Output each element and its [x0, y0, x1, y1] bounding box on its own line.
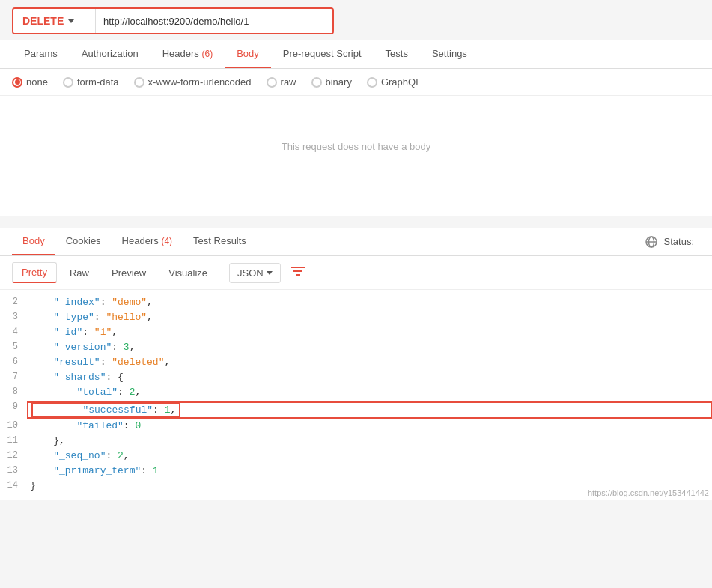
line-content: "_type": "hello",: [30, 312, 712, 323]
radio-raw-circle: [267, 77, 277, 88]
tab-tests[interactable]: Tests: [374, 40, 420, 68]
tab-prerequest[interactable]: Pre-request Script: [271, 40, 374, 68]
line-content: "total": 2,: [30, 387, 712, 398]
tab-settings[interactable]: Settings: [420, 40, 479, 68]
line-number: 13: [0, 465, 30, 476]
tab-authorization[interactable]: Authorization: [70, 40, 150, 68]
globe-icon: [645, 235, 658, 249]
radio-graphql-circle: [367, 77, 377, 88]
code-line-2: 2 "_index": "demo",: [0, 296, 712, 311]
line-number: 7: [0, 372, 30, 382]
headers-badge: (6): [201, 49, 213, 59]
line-number: 9: [0, 401, 30, 412]
format-btn-preview[interactable]: Preview: [102, 263, 156, 283]
line-number: 8: [0, 387, 30, 397]
radio-form-data-circle: [63, 77, 73, 88]
line-content: "_seq_no": 2,: [30, 450, 712, 461]
chevron-down-icon: [68, 19, 74, 23]
radio-binary[interactable]: binary: [311, 76, 352, 88]
code-line-10: 10 "failed": 0: [0, 419, 712, 434]
status-label: Status:: [664, 236, 694, 247]
code-line-6: 6 "result": "deleted",: [0, 356, 712, 371]
url-row: DELETE: [12, 7, 334, 34]
code-line-4: 4 "_id": "1",: [0, 326, 712, 341]
radio-graphql[interactable]: GraphQL: [367, 76, 421, 88]
resp-tab-body[interactable]: Body: [12, 228, 55, 255]
format-btn-visualize[interactable]: Visualize: [159, 263, 217, 283]
resp-tab-cookies[interactable]: Cookies: [55, 228, 112, 255]
no-body-message: This request does not have a body: [282, 141, 430, 152]
json-select[interactable]: JSON: [229, 263, 281, 283]
radio-none[interactable]: none: [12, 76, 48, 88]
line-content: "failed": 0: [30, 420, 712, 431]
format-bar: Pretty Raw Preview Visualize JSON: [0, 256, 712, 290]
line-content: "result": "deleted",: [30, 357, 712, 368]
radio-form-data[interactable]: form-data: [63, 76, 119, 88]
resp-tab-test-results[interactable]: Test Results: [183, 228, 257, 255]
tab-params[interactable]: Params: [12, 40, 70, 68]
line-number: 12: [0, 450, 30, 461]
response-section: Body Cookies Headers (4) Test Results St…: [0, 228, 712, 500]
radio-none-circle: [12, 77, 22, 88]
line-number: 6: [0, 357, 30, 367]
code-line-11: 11 },: [0, 434, 712, 449]
format-btn-raw[interactable]: Raw: [60, 263, 99, 283]
line-content: "_version": 3,: [30, 342, 712, 353]
format-btn-pretty[interactable]: Pretty: [12, 262, 57, 283]
tab-body[interactable]: Body: [225, 40, 271, 68]
line-number: 10: [0, 420, 30, 431]
line-number: 4: [0, 327, 30, 337]
code-line-9: 9 "successful": 1,: [0, 401, 712, 419]
code-line-8: 8 "total": 2,: [0, 386, 712, 401]
request-tabs-bar: Params Authorization Headers (6) Body Pr…: [0, 40, 712, 69]
code-line-5: 5 "_version": 3,: [0, 341, 712, 356]
response-tabs-bar: Body Cookies Headers (4) Test Results St…: [0, 228, 712, 256]
method-select[interactable]: DELETE: [13, 9, 96, 33]
tab-headers[interactable]: Headers (6): [150, 40, 225, 68]
code-line-12: 12 "_seq_no": 2,: [0, 449, 712, 464]
line-content: },: [30, 435, 712, 446]
body-options: none form-data x-www-form-urlencoded raw…: [0, 69, 712, 96]
filter-svg: [290, 264, 306, 278]
radio-urlencoded-circle: [134, 77, 144, 88]
radio-urlencoded[interactable]: x-www-form-urlencoded: [134, 76, 252, 88]
line-number: 11: [0, 435, 30, 446]
filter-icon[interactable]: [290, 264, 306, 282]
method-label: DELETE: [22, 15, 64, 27]
url-bar-wrapper: DELETE: [0, 0, 712, 40]
line-content: "_index": "demo",: [30, 297, 712, 308]
no-body-area: This request does not have a body: [0, 96, 712, 216]
line-content: "_primary_term": 1: [30, 465, 712, 476]
code-line-13: 13 "_primary_term": 1: [0, 464, 712, 479]
line-content: "successful": 1,: [27, 401, 712, 419]
line-number: 5: [0, 342, 30, 352]
spacer: [0, 216, 712, 228]
line-number: 14: [0, 480, 30, 491]
resp-tab-headers[interactable]: Headers (4): [112, 228, 183, 255]
url-input[interactable]: [96, 10, 332, 33]
radio-raw[interactable]: raw: [267, 76, 296, 88]
code-line-7: 7 "_shards": {: [0, 371, 712, 386]
json-chevron-icon: [267, 271, 273, 275]
line-content: "_id": "1",: [30, 327, 712, 338]
code-area: 2 "_index": "demo",3 "_type": "hello",4 …: [0, 290, 712, 500]
radio-binary-circle: [311, 77, 322, 88]
code-line-3: 3 "_type": "hello",: [0, 311, 712, 326]
line-number: 2: [0, 297, 30, 307]
line-number: 3: [0, 312, 30, 322]
resp-headers-badge: (4): [161, 236, 172, 246]
watermark: https://blog.csdn.net/y153441442: [588, 488, 709, 497]
status-area: Status:: [645, 235, 700, 249]
line-content: "_shards": {: [30, 372, 712, 383]
